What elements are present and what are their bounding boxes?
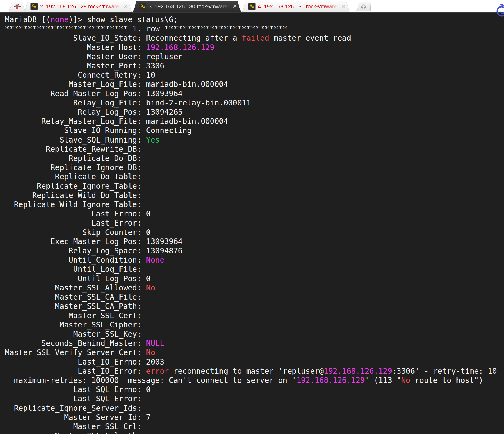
terminal-line: Master_SSL_Crlpath:: [5, 431, 504, 434]
home-tab[interactable]: [9, 1, 25, 12]
terminal-line: Master_SSL_Allowed: No: [5, 283, 504, 293]
terminal-line: Master_SSL_Cert:: [5, 311, 504, 320]
key-icon: [248, 3, 256, 10]
terminal-line: Slave_IO_Running: Connecting: [5, 126, 504, 135]
terminal-line: Master_Log_File: mariadb-bin.000004: [5, 80, 504, 89]
terminal-line: Master_Port: 3306: [5, 61, 504, 71]
home-icon: [14, 3, 21, 10]
terminal-line: Last_Error:: [5, 218, 504, 228]
terminal-line: Read_Master_Log_Pos: 13093964: [5, 89, 504, 98]
plus-icon: [361, 4, 366, 10]
terminal-output[interactable]: MariaDB [(none)]> show slave status\G;**…: [0, 12, 504, 434]
terminal-line: Until_Log_File:: [5, 265, 504, 274]
terminal-line: Relay_Log_File: bind-2-relay-bin.000011: [5, 98, 504, 108]
terminal-line: Relay_Log_Space: 13094876: [5, 246, 504, 256]
terminal-line: Master_SSL_CA_Path:: [5, 302, 504, 311]
terminal-line: Replicate_Ignore_DB:: [5, 163, 504, 172]
session-tab-3-active[interactable]: 3. 192.168.126.130 rock-vmwarestation ×: [133, 1, 241, 12]
tab-label: 3. 192.168.126.130 rock-vmwarestation: [149, 1, 232, 12]
terminal-line: Until_Condition: None: [5, 256, 504, 265]
terminal-line: maximum-retries: 100000 message: Can't c…: [5, 376, 504, 385]
terminal-line: Master_SSL_Cipher:: [5, 320, 504, 330]
terminal-line: Master_Server_Id: 7: [5, 413, 504, 422]
spiral-logo-icon: [493, 4, 504, 17]
key-icon: [139, 3, 146, 10]
terminal-line: Slave_SQL_Running: Yes: [5, 135, 504, 145]
terminal-line: Seconds_Behind_Master: NULL: [5, 339, 504, 348]
session-tab-4[interactable]: 4. 192.168.126.131 rock-vmwarestation ×: [242, 1, 350, 12]
terminal-line: Master_SSL_Crl:: [5, 422, 504, 431]
terminal-line: Last_SQL_Errno: 0: [5, 385, 504, 394]
terminal-line: Relay_Master_Log_File: mariadb-bin.00000…: [5, 117, 504, 126]
terminal-line: Replicate_Ignore_Table:: [5, 182, 504, 191]
terminal-line: Last_SQL_Error:: [5, 394, 504, 403]
terminal-line: Exec_Master_Log_Pos: 13093964: [5, 237, 504, 246]
tab-bar: 2. 192.168.126.129 rock-vmwarestation × …: [0, 0, 504, 12]
new-tab-button[interactable]: [356, 2, 371, 11]
terminal-line: Replicate_Ignore_Server_Ids:: [5, 404, 504, 413]
terminal-line: Replicate_Wild_Do_Table:: [5, 191, 504, 200]
key-icon: [30, 3, 38, 10]
tab-label: 2. 192.168.126.129 rock-vmwarestation: [40, 1, 123, 12]
terminal-line: Relay_Log_Pos: 13094265: [5, 108, 504, 117]
terminal-line: Last_IO_Errno: 2003: [5, 357, 504, 367]
terminal-line: Master_SSL_Verify_Server_Cert: No: [5, 348, 504, 357]
tab-label: 4. 192.168.126.131 rock-vmwarestation: [258, 1, 341, 12]
terminal-line: Master_SSL_Key:: [5, 330, 504, 339]
securecrt-window: { "tab_bar": { "close_glyph": "×", "tabs…: [0, 0, 504, 434]
terminal-line: Replicate_Rewrite_DB:: [5, 145, 504, 154]
terminal-line: Last_Errno: 0: [5, 209, 504, 218]
terminal-line: Connect_Retry: 10: [5, 71, 504, 80]
terminal-line: Until_Log_Pos: 0: [5, 274, 504, 283]
terminal-line: *************************** 1. row *****…: [5, 24, 504, 34]
terminal-line: Replicate_Do_DB:: [5, 154, 504, 163]
terminal-line: Skip_Counter: 0: [5, 228, 504, 237]
terminal-line: Replicate_Wild_Ignore_Table:: [5, 200, 504, 209]
terminal-line: Last_IO_Error: error reconnecting to mas…: [5, 367, 504, 376]
terminal-line: Master_User: repluser: [5, 52, 504, 61]
terminal-line: Replicate_Do_Table:: [5, 172, 504, 181]
terminal-line: Master_Host: 192.168.126.129: [5, 43, 504, 52]
terminal-line: Slave_IO_State: Reconnecting after a fai…: [5, 34, 504, 43]
terminal-line: Master_SSL_CA_File:: [5, 293, 504, 302]
session-tab-2[interactable]: 2. 192.168.126.129 rock-vmwarestation ×: [24, 1, 132, 12]
terminal-line: MariaDB [(none)]> show slave status\G;: [5, 15, 504, 24]
